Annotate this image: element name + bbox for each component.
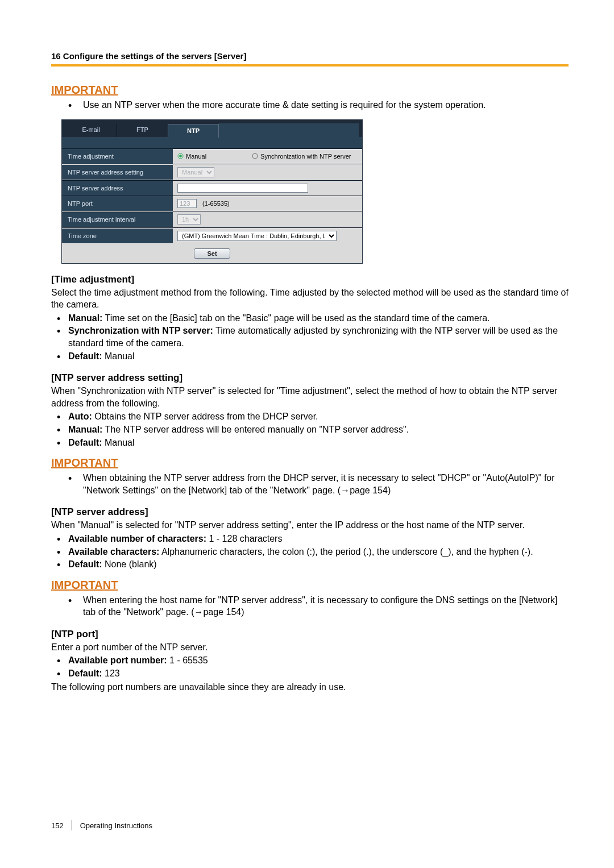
heading-time-adjustment: [Time adjustment] [51, 274, 569, 285]
svg-point-1 [179, 155, 182, 157]
label-ntp-port: NTP port [62, 196, 173, 211]
chapter-title: 16 Configure the settings of the servers… [51, 51, 569, 64]
footer-divider [72, 820, 72, 830]
list-item: Available port number: 1 - 65535 [68, 654, 569, 667]
svg-point-2 [252, 153, 258, 159]
important-note-item: When obtaining the NTP server address fr… [83, 472, 569, 496]
paragraph: When "Manual" is selected for "NTP serve… [51, 519, 569, 531]
page-number: 152 [51, 821, 64, 830]
important-note-item: When entering the host name for "NTP ser… [83, 594, 569, 618]
radio-manual-label: Manual [186, 153, 206, 160]
list-item: Default: None (blank) [68, 558, 569, 571]
radio-selected-icon [177, 153, 184, 159]
chapter-rule [51, 64, 569, 67]
select-ntp-addr-setting[interactable]: Manual [177, 167, 214, 177]
ntp-port-range: (1-65535) [202, 200, 230, 207]
radio-manual[interactable]: Manual [177, 153, 206, 160]
footer-label: Operating Instructions [80, 821, 152, 830]
tab-email[interactable]: E-mail [65, 123, 117, 137]
paragraph: Enter a port number of the NTP server. [51, 641, 569, 654]
label-ntp-address: NTP server address [62, 181, 173, 196]
paragraph: Select the time adjustment method from t… [51, 286, 569, 311]
heading-ntp-port: [NTP port] [51, 629, 569, 640]
label-time-interval: Time adjustment interval [62, 212, 173, 227]
label-ntp-addr-setting: NTP server address setting [62, 165, 173, 180]
heading-ntp-address: [NTP server address] [51, 506, 569, 518]
radio-sync-label: Synchronization with NTP server [260, 153, 351, 160]
important-heading: IMPORTANT [51, 579, 569, 592]
radio-sync-ntp[interactable]: Synchronization with NTP server [252, 153, 351, 160]
important-note-item: Use an NTP server when the more accurate… [83, 99, 569, 111]
select-time-zone[interactable]: (GMT) Greenwich Mean Time : Dublin, Edin… [177, 231, 337, 241]
ntp-settings-panel: E-mail FTP NTP Time adjustment Manual Sy… [61, 119, 363, 264]
important-heading: IMPORTANT [51, 456, 569, 470]
tab-ntp[interactable]: NTP [168, 124, 219, 138]
list-item: Default: 123 [68, 667, 569, 680]
label-time-zone: Time zone [62, 229, 173, 243]
list-item: Synchronization with NTP server: Time au… [68, 325, 569, 349]
paragraph: When "Synchronization with NTP server" i… [51, 385, 569, 409]
input-ntp-address[interactable] [177, 184, 308, 193]
paragraph: The following port numbers are unavailab… [51, 681, 569, 693]
label-time-adjustment: Time adjustment [62, 149, 173, 164]
list-item: Default: Manual [68, 437, 569, 449]
list-item: Available characters: Alphanumeric chara… [68, 546, 569, 558]
heading-ntp-addr-setting: [NTP server address setting] [51, 372, 569, 384]
input-ntp-port[interactable] [177, 199, 197, 208]
list-item: Default: Manual [68, 350, 569, 363]
list-item: Manual: Time set on the [Basic] tab on t… [68, 312, 569, 325]
tab-spacer [219, 123, 359, 137]
tab-bar: E-mail FTP NTP [62, 120, 362, 137]
select-time-interval[interactable]: 1h [177, 214, 201, 225]
set-button[interactable]: Set [194, 248, 230, 259]
list-item: Auto: Obtains the NTP server address fro… [68, 410, 569, 423]
page-footer: 152 Operating Instructions [51, 820, 152, 830]
tab-under-strip [62, 137, 362, 148]
list-item: Manual: The NTP server address will be e… [68, 423, 569, 436]
radio-unselected-icon [252, 153, 258, 159]
tab-ftp[interactable]: FTP [117, 123, 168, 137]
important-heading: IMPORTANT [51, 84, 569, 97]
list-item: Available number of characters: 1 - 128 … [68, 533, 569, 545]
